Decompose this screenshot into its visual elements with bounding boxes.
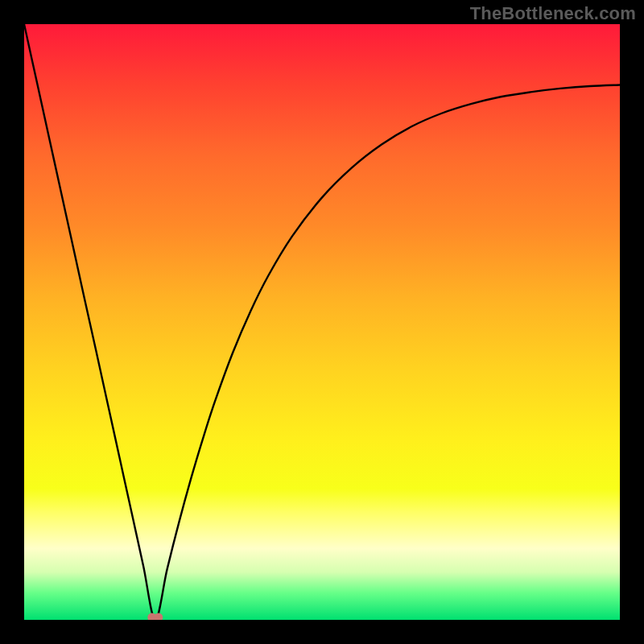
bottleneck-curve [24,24,620,620]
svg-point-1 [154,613,163,621]
plot-area [24,24,620,620]
curve-line [24,24,620,620]
watermark-text: TheBottleneck.com [470,3,636,24]
chart-frame: TheBottleneck.com [0,0,644,644]
minimum-marker [147,613,163,621]
